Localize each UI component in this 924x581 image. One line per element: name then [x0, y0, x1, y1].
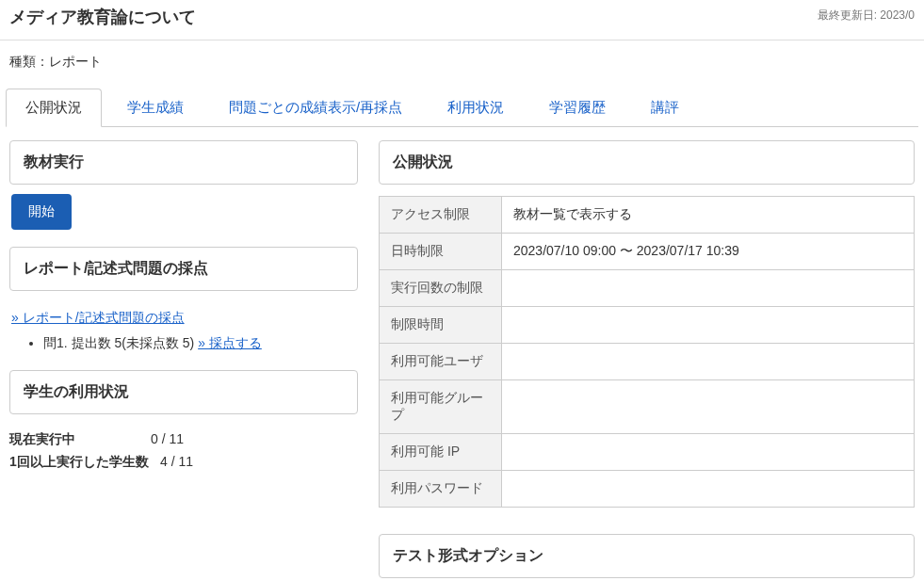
panel-test-options: テスト形式オプション [379, 534, 915, 578]
panel-title-exec: 教材実行 [24, 153, 344, 172]
tab-per-question-grades[interactable]: 問題ごとの成績表示/再採点 [209, 89, 422, 127]
table-row: 制限時間 [380, 307, 915, 344]
panel-publish-status: 公開状況 [379, 140, 915, 185]
panel-title-options: テスト形式オプション [393, 546, 900, 566]
usage-executed-label: 1回以上実行した学生数 [9, 454, 160, 471]
panel-grading: レポート/記述式問題の採点 [9, 247, 358, 291]
tab-bar: 公開状況 学生成績 問題ごとの成績表示/再採点 利用状況 学習履歴 講評 [6, 88, 918, 127]
panel-student-usage: 学生の利用状況 [9, 370, 358, 414]
start-button[interactable]: 開始 [11, 194, 72, 230]
tab-publish-status[interactable]: 公開状況 [6, 89, 102, 127]
panel-title-usage: 学生の利用状況 [24, 382, 344, 402]
status-ip-label: 利用可能 IP [380, 434, 502, 471]
tab-usage[interactable]: 利用状況 [428, 89, 524, 127]
table-row: 利用可能 IP [380, 434, 915, 471]
status-password-value [502, 471, 915, 508]
status-datetime-label: 日時制限 [380, 234, 502, 270]
usage-running-value: 0 / 11 [151, 431, 184, 448]
status-time-limit-label: 制限時間 [380, 307, 502, 344]
table-row: 利用可能グループ [380, 380, 915, 434]
tab-student-grades[interactable]: 学生成績 [107, 89, 203, 127]
tab-learning-history[interactable]: 学習履歴 [529, 89, 625, 127]
status-users-value [502, 344, 915, 380]
panel-title-status: 公開状況 [393, 153, 900, 172]
status-exec-limit-label: 実行回数の制限 [380, 270, 502, 307]
table-row: 利用可能ユーザ [380, 344, 915, 380]
table-row: 日時制限2023/07/10 09:00 〜 2023/07/17 10:39 [380, 234, 915, 270]
panel-material-exec: 教材実行 [9, 140, 358, 185]
q1-text: 問1. 提出数 5(未採点数 5) [43, 335, 198, 350]
page-title: メディア教育論について [9, 6, 196, 28]
status-exec-limit-value [502, 270, 915, 307]
last-updated-label: 最終更新日: 2023/0 [818, 6, 915, 24]
status-table: アクセス制限教材一覧で表示する 日時制限2023/07/10 09:00 〜 2… [379, 196, 915, 508]
type-label: 種類：レポート [0, 40, 924, 80]
status-password-label: 利用パスワード [380, 471, 502, 508]
status-datetime-value: 2023/07/10 09:00 〜 2023/07/17 10:39 [502, 234, 915, 270]
status-access-value: 教材一覧で表示する [502, 197, 915, 234]
status-groups-value [502, 380, 915, 434]
status-access-label: アクセス制限 [380, 197, 502, 234]
tab-comments[interactable]: 講評 [631, 89, 699, 127]
panel-title-grading: レポート/記述式問題の採点 [24, 259, 344, 279]
table-row: アクセス制限教材一覧で表示する [380, 197, 915, 234]
link-report-grading[interactable]: » レポート/記述式問題の採点 [11, 310, 185, 325]
usage-running-label: 現在実行中 [9, 431, 151, 448]
status-time-limit-value [502, 307, 915, 344]
usage-executed-value: 4 / 11 [160, 454, 193, 471]
link-score-q1[interactable]: » 採点する [198, 335, 262, 350]
status-ip-value [502, 434, 915, 471]
table-row: 利用パスワード [380, 471, 915, 508]
grading-item-q1: 問1. 提出数 5(未採点数 5) » 採点する [43, 333, 358, 353]
table-row: 実行回数の制限 [380, 270, 915, 307]
status-groups-label: 利用可能グループ [380, 380, 502, 434]
status-users-label: 利用可能ユーザ [380, 344, 502, 380]
